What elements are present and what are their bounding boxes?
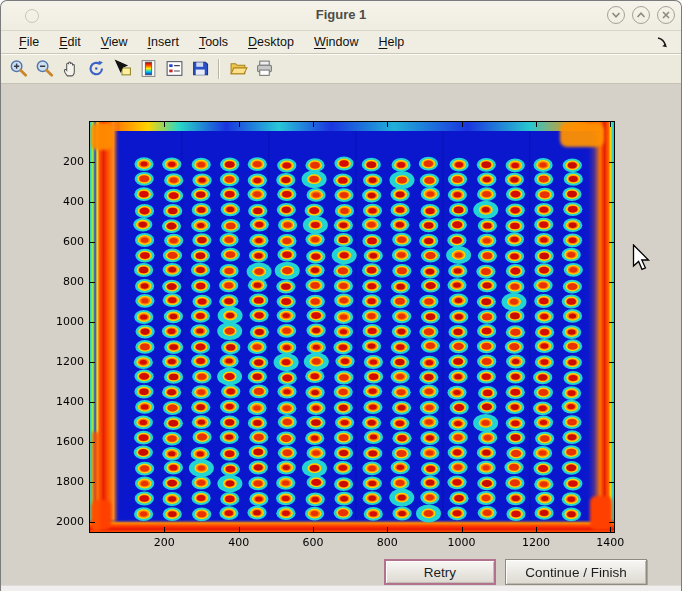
rotate-3d-button[interactable] (84, 57, 108, 81)
y-tick-mark (90, 162, 95, 163)
zoom-out-icon (35, 59, 54, 78)
x-tick-mark (239, 527, 240, 532)
mouse-cursor-icon (632, 244, 651, 275)
y-tick-mark (90, 482, 95, 483)
x-tick-label: 600 (287, 536, 339, 549)
open-folder-icon (229, 59, 248, 78)
y-tick-mark (609, 482, 614, 483)
y-tick-mark (90, 522, 95, 523)
insert-legend-button[interactable] (162, 57, 186, 81)
legend-icon (165, 59, 184, 78)
x-tick-label: 200 (138, 536, 190, 549)
y-tick-mark (90, 442, 95, 443)
x-tick-mark (462, 527, 463, 532)
y-tick-label: 1800 (40, 475, 84, 488)
x-tick-label: 1400 (584, 536, 636, 549)
window-title: Figure 1 (1, 7, 681, 22)
y-tick-mark (609, 322, 614, 323)
window-bottom-edge (1, 585, 681, 591)
save-figure-button[interactable] (188, 57, 212, 81)
print-figure-button[interactable] (252, 57, 276, 81)
y-tick-mark (90, 362, 95, 363)
menu-item-insert[interactable]: Insert (138, 33, 189, 51)
y-tick-mark (90, 322, 95, 323)
x-tick-mark (239, 122, 240, 127)
close-icon (660, 9, 672, 21)
unshade-button[interactable] (632, 6, 650, 24)
data-cursor-button[interactable] (110, 57, 134, 81)
printer-icon (255, 59, 274, 78)
y-tick-label: 1600 (40, 435, 84, 448)
y-tick-label: 200 (40, 155, 84, 168)
pan-button[interactable] (58, 57, 82, 81)
save-floppy-icon (191, 59, 210, 78)
zoom-in-button[interactable] (6, 57, 30, 81)
y-tick-mark (609, 442, 614, 443)
open-file-button[interactable] (226, 57, 250, 81)
toolbar-separator (218, 59, 220, 79)
menu-item-help[interactable]: Help (368, 33, 414, 51)
zoom-out-button[interactable] (32, 57, 56, 81)
menu-bar-row: FileEditViewInsertToolsDesktopWindowHelp (1, 31, 681, 54)
figure-toolbar (1, 54, 681, 84)
menu-item-edit[interactable]: Edit (49, 33, 91, 51)
rotate-3d-icon (87, 59, 106, 78)
y-tick-label: 600 (40, 235, 84, 248)
x-tick-label: 400 (213, 536, 265, 549)
y-tick-mark (609, 282, 614, 283)
x-tick-mark (313, 122, 314, 127)
y-tick-mark (90, 202, 95, 203)
menu-item-file[interactable]: File (9, 33, 49, 51)
chevron-up-icon (635, 9, 647, 21)
colorbar-icon (139, 59, 158, 78)
y-tick-label: 400 (40, 195, 84, 208)
y-tick-mark (609, 362, 614, 363)
y-tick-mark (90, 282, 95, 283)
x-tick-mark (536, 122, 537, 127)
x-tick-label: 1000 (436, 536, 488, 549)
x-tick-mark (462, 122, 463, 127)
x-tick-mark (387, 122, 388, 127)
menu-item-tools[interactable]: Tools (189, 33, 238, 51)
plate-scan-image[interactable] (90, 122, 614, 532)
y-tick-mark (609, 162, 614, 163)
dock-figure-icon[interactable] (655, 35, 669, 49)
y-tick-label: 1000 (40, 315, 84, 328)
menu-item-desktop[interactable]: Desktop (238, 33, 304, 51)
chevron-down-icon (610, 9, 622, 21)
data-cursor-icon (113, 59, 132, 78)
pan-hand-icon (61, 59, 80, 78)
y-tick-mark (90, 242, 95, 243)
menu-item-view[interactable]: View (91, 33, 138, 51)
x-tick-mark (313, 527, 314, 532)
y-tick-label: 800 (40, 275, 84, 288)
menu-bar: FileEditViewInsertToolsDesktopWindowHelp (9, 33, 414, 51)
x-tick-mark (610, 122, 611, 127)
x-tick-mark (610, 527, 611, 532)
x-tick-mark (536, 527, 537, 532)
x-tick-mark (164, 122, 165, 127)
x-tick-mark (164, 527, 165, 532)
figure-canvas: 2004006008001000120014002004006008001000… (1, 84, 681, 591)
y-tick-mark (609, 202, 614, 203)
y-tick-mark (609, 522, 614, 523)
y-tick-label: 1200 (40, 355, 84, 368)
x-tick-label: 800 (361, 536, 413, 549)
figure-window: Figure 1 FileEditViewInsertToolsDesktopW… (0, 0, 682, 591)
continue-finish-button[interactable]: Continue / Finish (505, 559, 647, 585)
x-tick-mark (387, 527, 388, 532)
x-tick-label: 1200 (510, 536, 562, 549)
menu-item-window[interactable]: Window (304, 33, 368, 51)
y-tick-mark (90, 402, 95, 403)
y-tick-label: 1400 (40, 395, 84, 408)
y-tick-label: 2000 (40, 515, 84, 528)
image-axes[interactable]: 2004006008001000120014002004006008001000… (89, 121, 615, 533)
title-bar[interactable]: Figure 1 (1, 1, 681, 31)
y-tick-mark (609, 402, 614, 403)
close-button[interactable] (657, 6, 675, 24)
shade-button[interactable] (607, 6, 625, 24)
retry-button[interactable]: Retry (384, 559, 496, 585)
insert-colorbar-button[interactable] (136, 57, 160, 81)
y-tick-mark (609, 242, 614, 243)
zoom-in-icon (9, 59, 28, 78)
